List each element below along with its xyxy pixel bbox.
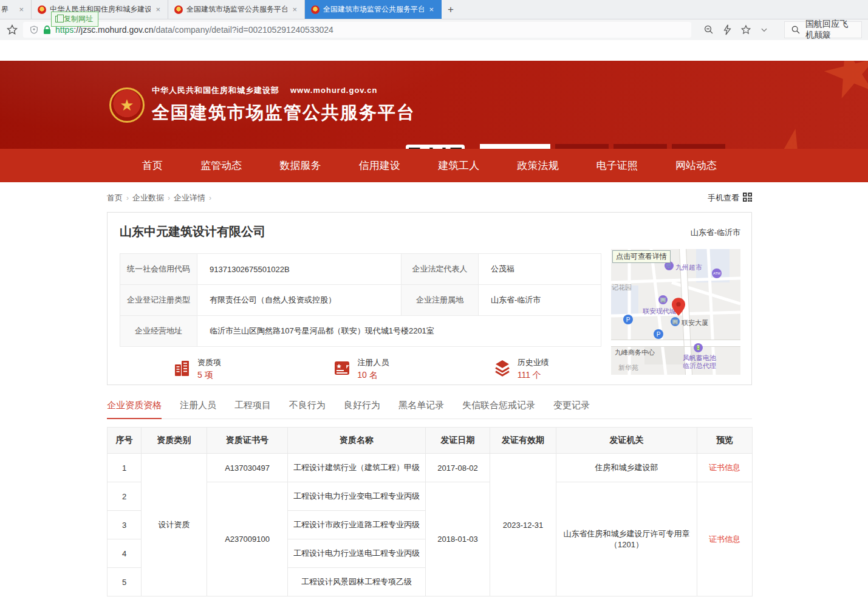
nav-item-home[interactable]: 首页	[142, 159, 163, 173]
zoom-out-icon[interactable]	[703, 24, 714, 35]
map-poi-linyi-agent: 临沂总代理	[683, 361, 716, 371]
stat-value: 5 项	[197, 370, 221, 381]
search-icon	[791, 25, 801, 35]
browser-quick-search[interactable]: 国航回应飞机颠簸	[784, 21, 862, 38]
legal-representative-value: 公茂福	[479, 254, 601, 285]
site-brand[interactable]: ★ 中华人民共和国住房和城乡建设部 www.mohurd.gov.cn 全国建筑…	[109, 85, 415, 125]
search-tab-personnel[interactable]: 从业人员	[555, 144, 609, 149]
stat-registered-personnel[interactable]: 注册人员 10 名	[279, 357, 439, 381]
nav-item-data-service[interactable]: 数据服务	[280, 159, 321, 173]
nav-item-credit[interactable]: 信用建设	[359, 159, 400, 173]
info-label: 企业注册属地	[402, 285, 479, 316]
certificate-info-link[interactable]: 证书信息	[709, 535, 740, 544]
cell-issue-date: 2017-08-02	[426, 454, 490, 482]
breadcrumb-home[interactable]: 首页	[107, 193, 123, 203]
stat-label: 历史业绩	[518, 357, 549, 368]
tab-change-records[interactable]: 变更记录	[553, 400, 590, 419]
company-name: 山东中元建筑设计有限公司	[120, 224, 740, 240]
cell-cert-no: A237009100	[207, 482, 288, 596]
copy-icon	[55, 16, 61, 22]
browser-tab-jzsc-active[interactable]: 全国建筑市场监管公共服务平台 ×	[305, 0, 442, 19]
nav-item-supervision[interactable]: 监管动态	[200, 159, 242, 173]
national-emblem-icon: ★	[109, 87, 145, 123]
stat-label: 资质项	[197, 357, 221, 368]
id-card-star-icon	[333, 359, 351, 380]
url-field[interactable]: https://jzsc.mohurd.gov.cn/data/company/…	[23, 22, 691, 38]
tab-close-icon[interactable]: ×	[291, 5, 298, 14]
cell-cert-no: A137030497	[207, 454, 288, 482]
bookmark-star-icon[interactable]	[6, 24, 18, 36]
qr-code-icon	[743, 193, 752, 203]
search-tab-credit[interactable]: 诚信记录	[672, 144, 725, 149]
credit-code-value: 91371302675501022B	[197, 254, 402, 285]
tab-close-icon[interactable]: ×	[428, 5, 435, 14]
map-red-pin	[672, 298, 685, 318]
page-top-gap	[0, 40, 868, 61]
map-parking-icon: P	[654, 329, 663, 339]
info-label: 企业经营地址	[120, 316, 197, 347]
tab-close-icon[interactable]: ×	[18, 5, 25, 14]
quick-search-text: 国航回应飞机颠簸	[805, 19, 855, 41]
lightning-icon[interactable]	[723, 24, 732, 35]
nav-item-workers[interactable]: 建筑工人	[438, 159, 479, 173]
tab-dishonesty-records[interactable]: 失信联合惩戒记录	[462, 400, 535, 419]
cell-qual-name: 工程设计电力行业送电工程专业丙级	[288, 539, 426, 568]
col-header-category: 资质类别	[142, 428, 207, 454]
table-row: 1 设计资质 A137030497 工程设计建筑行业（建筑工程）甲级 2017-…	[108, 454, 753, 482]
cell-no: 3	[108, 511, 142, 539]
stat-value: 111 个	[518, 370, 549, 381]
favorite-star-icon[interactable]	[740, 24, 751, 35]
nav-item-certificates[interactable]: 电子证照	[596, 159, 638, 173]
breadcrumb-company-data[interactable]: 企业数据	[132, 193, 164, 203]
nav-item-site-news[interactable]: 网站动态	[675, 159, 717, 173]
nav-item-policy[interactable]: 政策法规	[517, 159, 558, 173]
col-header-issue-date: 发证日期	[426, 428, 490, 454]
breadcrumb-company-detail[interactable]: 企业详情	[174, 193, 205, 203]
company-region: 山东省-临沂市	[691, 227, 740, 238]
cell-category: 设计资质	[142, 454, 207, 596]
emblem-favicon-icon	[311, 5, 320, 14]
copy-url-tooltip: 复制网址	[51, 12, 98, 27]
certificate-info-link[interactable]: 证书信息	[709, 463, 740, 472]
search-tab-enterprise[interactable]: 建设工程企业	[480, 144, 550, 149]
location-map[interactable]: 点击可查看详情 🛒 九州超市 ATM 记花园 🏢 联安现代城 🏢 联安大厦 P …	[611, 249, 740, 375]
stat-historical-performance[interactable]: 历史业绩 111 个	[440, 357, 600, 381]
info-label: 统一社会信用代码	[120, 254, 197, 285]
emblem-favicon-icon	[38, 5, 46, 14]
cell-qual-name: 工程设计建筑行业（建筑工程）甲级	[288, 454, 426, 482]
map-marker-lianan: 🏢	[658, 295, 668, 304]
tab-title: 全国建筑市场监管公共服务平台	[323, 4, 424, 15]
browser-tab-jzsc-1[interactable]: 全国建筑市场监管公共服务平台 ×	[168, 0, 305, 19]
tab-blacklist[interactable]: 黑名单记录	[398, 400, 444, 419]
mobile-view-link[interactable]: 手机查看	[708, 193, 752, 203]
tab-projects[interactable]: 工程项目	[234, 400, 271, 419]
cell-no: 1	[108, 454, 142, 482]
cell-issue-date: 2018-01-03	[426, 482, 490, 596]
shield-icon[interactable]	[29, 25, 39, 35]
browser-address-bar: https://jzsc.mohurd.gov.cn/data/company/…	[0, 19, 868, 40]
map-poi-xinhuayuan: 新华苑	[618, 363, 638, 372]
search-category-tabs: 建设工程企业 从业人员 建设项目 诚信记录	[480, 144, 752, 149]
cell-authority: 住房和城乡建设部	[556, 454, 697, 482]
chevron-down-icon[interactable]	[760, 26, 768, 34]
copy-url-tooltip-label: 复制网址	[64, 14, 93, 24]
building-icon	[173, 359, 191, 380]
tab-bad-behavior[interactable]: 不良行为	[289, 400, 326, 419]
tab-qualifications[interactable]: 企业资质资格	[107, 400, 162, 419]
tab-good-behavior[interactable]: 良好行为	[344, 400, 380, 419]
cell-qual-name: 工程设计风景园林工程专项乙级	[288, 568, 426, 596]
search-tab-projects[interactable]: 建设项目	[613, 144, 667, 149]
stat-qualifications[interactable]: 资质项 5 项	[120, 357, 279, 381]
tab-close-icon[interactable]: ×	[154, 5, 162, 14]
mobile-view-label: 手机查看	[708, 193, 739, 203]
header-qr-code	[406, 145, 465, 149]
tab-registered-personnel[interactable]: 注册人员	[180, 400, 216, 419]
registration-type-value: 有限责任公司（自然人投资或控股）	[197, 285, 402, 316]
map-poi-lianan-modern-city: 联安现代城	[643, 307, 676, 316]
browser-tab-bar: 界 × 中华人民共和国住房和城乡建设 × 全国建筑市场监管公共服务平台 × 全国…	[0, 0, 868, 19]
site-header: ★ 中华人民共和国住房和城乡建设部 www.mohurd.gov.cn 全国建筑…	[0, 61, 868, 149]
new-tab-button[interactable]: +	[442, 0, 460, 19]
map-marker-atm: ATM	[712, 268, 722, 278]
url-path: /data/company/detail?id=0021052912405330…	[154, 25, 333, 35]
browser-tab-partial[interactable]: 界 ×	[0, 0, 32, 19]
